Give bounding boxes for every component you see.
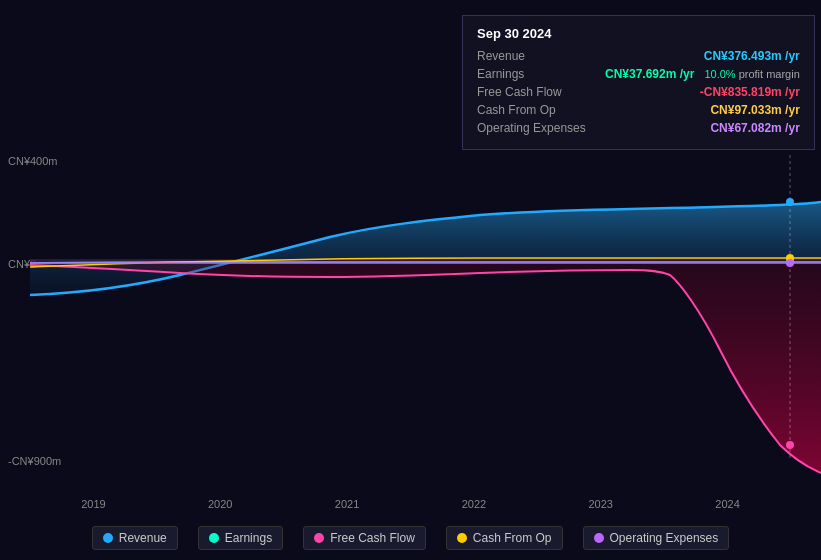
x-label-2023: 2023: [588, 498, 612, 510]
fcf-dot: [786, 441, 794, 449]
tooltip-profit-margin: 10.0% profit margin: [704, 68, 799, 80]
chart-legend: Revenue Earnings Free Cash Flow Cash Fro…: [0, 526, 821, 550]
legend-item-revenue[interactable]: Revenue: [92, 526, 178, 550]
tooltip-value-cashop: CN¥97.033m /yr: [710, 103, 799, 117]
legend-item-fcf[interactable]: Free Cash Flow: [303, 526, 426, 550]
opex-dot: [786, 259, 794, 267]
tooltip-row-revenue: Revenue CN¥376.493m /yr: [477, 49, 800, 63]
legend-item-cashop[interactable]: Cash From Op: [446, 526, 563, 550]
tooltip-row-opex: Operating Expenses CN¥67.082m /yr: [477, 121, 800, 135]
tooltip-value-opex: CN¥67.082m /yr: [710, 121, 799, 135]
x-axis: 2019 2020 2021 2022 2023 2024: [0, 498, 821, 510]
chart-svg: [0, 155, 821, 495]
legend-label-cashop: Cash From Op: [473, 531, 552, 545]
x-label-2024: 2024: [715, 498, 739, 510]
tooltip-date: Sep 30 2024: [477, 26, 800, 41]
legend-item-opex[interactable]: Operating Expenses: [583, 526, 730, 550]
tooltip-label-earnings: Earnings: [477, 67, 597, 81]
legend-label-earnings: Earnings: [225, 531, 272, 545]
x-label-2019: 2019: [81, 498, 105, 510]
tooltip-label-fcf: Free Cash Flow: [477, 85, 597, 99]
x-label-2021: 2021: [335, 498, 359, 510]
tooltip-label-revenue: Revenue: [477, 49, 597, 63]
legend-item-earnings[interactable]: Earnings: [198, 526, 283, 550]
tooltip-row-cashop: Cash From Op CN¥97.033m /yr: [477, 103, 800, 117]
tooltip-value-fcf: -CN¥835.819m /yr: [700, 85, 800, 99]
tooltip-value-earnings: CN¥37.692m /yr: [605, 67, 694, 81]
legend-dot-fcf: [314, 533, 324, 543]
legend-dot-revenue: [103, 533, 113, 543]
legend-dot-opex: [594, 533, 604, 543]
legend-label-revenue: Revenue: [119, 531, 167, 545]
tooltip-label-opex: Operating Expenses: [477, 121, 597, 135]
tooltip-row-earnings: Earnings CN¥37.692m /yr 10.0% profit mar…: [477, 67, 800, 81]
tooltip-value-revenue: CN¥376.493m /yr: [704, 49, 800, 63]
legend-label-opex: Operating Expenses: [610, 531, 719, 545]
fcf-area: [30, 260, 821, 473]
revenue-dot: [786, 198, 794, 206]
legend-dot-cashop: [457, 533, 467, 543]
tooltip-label-cashop: Cash From Op: [477, 103, 597, 117]
legend-label-fcf: Free Cash Flow: [330, 531, 415, 545]
tooltip-row-fcf: Free Cash Flow -CN¥835.819m /yr: [477, 85, 800, 99]
legend-dot-earnings: [209, 533, 219, 543]
x-label-2022: 2022: [462, 498, 486, 510]
data-tooltip: Sep 30 2024 Revenue CN¥376.493m /yr Earn…: [462, 15, 815, 150]
x-label-2020: 2020: [208, 498, 232, 510]
